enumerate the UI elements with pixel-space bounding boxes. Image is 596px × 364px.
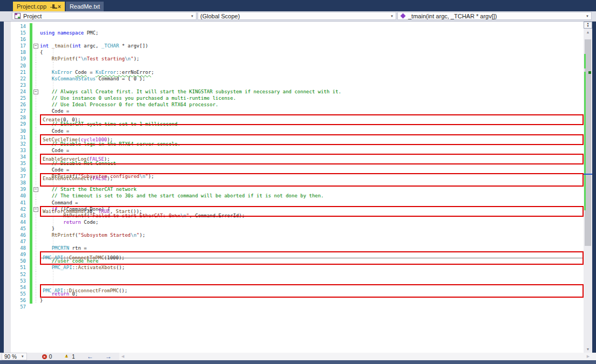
code-line[interactable]: 45 } xyxy=(11,225,584,232)
fold-margin xyxy=(32,30,40,36)
code-segment: , xyxy=(110,209,116,214)
code-line[interactable]: 51 PMC_API::ActivateXbots(); xyxy=(11,264,584,271)
line-number: 37 xyxy=(11,173,30,180)
close-icon[interactable]: × xyxy=(58,4,61,9)
fold-collapse-icon[interactable]: − xyxy=(33,187,38,192)
code-line[interactable]: 30 Code = SetCycleTime(cycle1000); xyxy=(11,128,584,134)
code-line[interactable]: 27 Code = Create(0, 0); xyxy=(11,108,584,114)
scroll-down-icon[interactable]: ▼ xyxy=(584,346,592,353)
vertical-scrollbar[interactable]: ▴▾ ▲ ▼ xyxy=(584,22,592,353)
code-line[interactable]: 40 // The timeout is set to 30s and the … xyxy=(11,193,584,199)
code-line[interactable]: 15using namespace PMC; xyxy=(11,30,584,36)
line-number: 47 xyxy=(11,238,30,245)
code-segment: EnableHotConnect xyxy=(43,176,90,181)
code-line[interactable]: 26 // Use Ideal Processor 0 for the defa… xyxy=(11,101,584,108)
scroll-up-icon[interactable]: ▲ xyxy=(584,29,592,36)
code-line[interactable]: 14 xyxy=(11,23,584,30)
tab-readme-txt[interactable]: ReadMe.txt xyxy=(66,2,104,11)
fold-margin xyxy=(32,23,40,30)
code-line[interactable]: 57 xyxy=(11,304,584,310)
fold-margin: − xyxy=(32,88,40,95)
code-segment: ::errNoError xyxy=(116,70,151,75)
code-line[interactable]: 24− // Always call Create first. It will… xyxy=(11,88,584,95)
code-line[interactable]: 33 Code = EnableServerLog(FALSE); xyxy=(11,147,584,154)
line-number: 16 xyxy=(11,36,30,43)
code-line[interactable]: 23 xyxy=(11,82,584,88)
code-segment: Create xyxy=(43,117,60,122)
code-line[interactable]: 36 Code = EnableHotConnect(FALSE); xyxy=(11,167,584,173)
code-line[interactable]: 18{ xyxy=(11,49,584,56)
mark-square-green xyxy=(588,71,591,74)
code-line[interactable]: 16 xyxy=(11,36,584,43)
navigate-forward-icon[interactable]: → xyxy=(105,353,112,360)
code-line[interactable]: 17−int _tmain(int argc, _TCHAR * argv[]) xyxy=(11,43,584,49)
warning-count[interactable]: 1 xyxy=(72,354,75,360)
line-number: 23 xyxy=(11,82,30,88)
fold-collapse-icon[interactable]: − xyxy=(33,90,38,94)
line-number: 26 xyxy=(11,101,30,108)
annotation-box: WaitForCommand(30, TRUE, Start()); xyxy=(40,206,584,217)
line-number: 50 xyxy=(11,258,30,264)
code-segment: TRUE xyxy=(98,209,110,214)
fold-collapse-icon[interactable]: − xyxy=(33,207,38,212)
member-dropdown[interactable]: _tmain(int argc, _TCHAR * argv[]) ▼ xyxy=(397,12,592,20)
code-segment xyxy=(40,187,52,192)
fold-margin xyxy=(32,245,40,251)
fold-margin xyxy=(32,284,40,291)
code-line[interactable]: 20 xyxy=(11,63,584,69)
code-line[interactable]: 48 PMCRTN rtn = PMC_API::ConnectToPMC(10… xyxy=(11,245,584,251)
code-text: int _tmain(int argc, _TCHAR * argv[]) xyxy=(40,43,584,49)
horizontal-scrollbar[interactable]: ◀ ▶ xyxy=(119,353,596,360)
code-text: { xyxy=(40,49,584,56)
code-line[interactable]: 22 KsCommandStatus Command = { 0 }; xyxy=(11,75,584,82)
code-editor[interactable]: 1415using namespace PMC;1617−int _tmain(… xyxy=(4,22,584,353)
window-bottom-edge xyxy=(0,360,596,364)
pin-icon[interactable] xyxy=(50,4,55,9)
scope-dropdown[interactable]: (Global Scope) ▼ xyxy=(198,12,396,20)
code-segment: ); xyxy=(107,137,113,142)
code-line[interactable]: 53 PMC_API::DisconnectFromPMC(); xyxy=(11,278,584,284)
tab-label: ReadMe.txt xyxy=(70,3,100,10)
navigate-back-icon[interactable]: ← xyxy=(87,353,93,360)
code-segment: // The timeout is set to 30s and the sta… xyxy=(52,193,324,198)
line-number: 46 xyxy=(11,232,30,238)
code-segment: :: xyxy=(63,255,69,260)
code-segment: EnableServerLog xyxy=(43,156,86,162)
fold-margin xyxy=(32,251,40,258)
code-segment: RtPrintf xyxy=(52,56,75,61)
line-number: 30 xyxy=(11,128,30,134)
breakpoint-margin[interactable] xyxy=(4,22,11,353)
code-line[interactable]: 52 xyxy=(11,271,584,278)
code-segment: PMC_API xyxy=(43,255,63,260)
fold-collapse-icon[interactable]: − xyxy=(33,44,38,49)
code-text: RtPrintf("Subsystem Started\n"); xyxy=(40,232,584,238)
code-line[interactable]: 56} xyxy=(11,297,584,304)
code-line[interactable]: 47 xyxy=(11,238,584,245)
code-line[interactable]: 21 KsError Code = KsError::errNoError; xyxy=(11,69,584,75)
error-icon[interactable]: × xyxy=(42,354,47,359)
code-line[interactable]: 25 // Use instance 0 unless you purchase… xyxy=(11,95,584,101)
code-segment: PMC; xyxy=(87,30,99,36)
code-text: // Start the EtherCAT network xyxy=(40,186,584,193)
line-number: 55 xyxy=(11,291,30,297)
code-text: // Always call Create first. It will sta… xyxy=(40,88,584,95)
project-dropdown[interactable]: Project ▼ xyxy=(12,12,197,20)
code-line[interactable]: 46 RtPrintf("Subsystem Started\n"); xyxy=(11,232,584,238)
tab-project-cpp[interactable]: Project.cpp × xyxy=(13,2,65,11)
code-line[interactable]: 39− // Start the EtherCAT network xyxy=(11,186,584,193)
code-segment: return xyxy=(63,219,81,225)
scroll-left-icon[interactable]: ◀ xyxy=(119,353,126,360)
fold-margin xyxy=(32,36,40,43)
scroll-right-icon[interactable]: ▶ xyxy=(585,353,592,360)
splitter-handle-icon[interactable]: ▴▾ xyxy=(584,22,592,29)
error-count[interactable]: 0 xyxy=(49,354,52,360)
zoom-selector[interactable]: 90 % ▼ xyxy=(2,353,27,360)
code-line[interactable]: 41 Command = WaitForCommand(30, TRUE, St… xyxy=(11,200,584,206)
warning-icon[interactable]: ▲ ! xyxy=(64,354,70,359)
fold-margin xyxy=(32,297,40,304)
code-line[interactable]: 44 return Code; xyxy=(11,219,584,225)
tab-label: Project.cpp xyxy=(17,3,46,10)
code-segment: ConnectToPMC xyxy=(69,255,104,260)
code-segment: Code = xyxy=(40,167,72,173)
code-line[interactable]: 19 RtPrintf("\nTest starting\n"); xyxy=(11,56,584,62)
